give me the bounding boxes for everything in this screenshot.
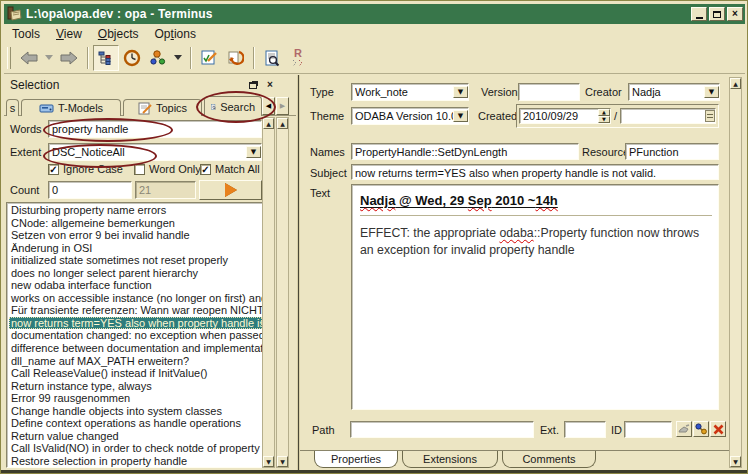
tab-partial[interactable]: s (6, 99, 19, 116)
list-item[interactable]: Error 99 rausgenommen (9, 392, 262, 405)
checkbox-icon[interactable] (134, 164, 145, 175)
menu-item-options[interactable]: Options (147, 26, 204, 42)
creator-dropdown[interactable]: Nadja ▼ (628, 83, 720, 101)
type-dropdown[interactable]: Work_note ▼ (351, 83, 469, 101)
list-item[interactable]: Change handle objects into system classe… (9, 405, 262, 418)
menu-item-tools[interactable]: Tools (4, 26, 48, 42)
scroll-down-icon[interactable]: ▼ (730, 456, 741, 467)
list-item[interactable]: Define context operations as handle oper… (9, 417, 262, 430)
scroll-down-icon[interactable]: ▼ (277, 456, 288, 467)
subject-input[interactable]: now returns term=YES also when property … (351, 164, 719, 180)
match-all-checkbox[interactable]: ✓ Match All (200, 163, 260, 175)
delete-button[interactable] (710, 421, 726, 437)
left-scrollbar-1[interactable]: ▲ ▼ (262, 117, 275, 468)
tab-comments[interactable]: Comments (502, 451, 596, 468)
created-time-input[interactable] (620, 108, 716, 124)
right-scrollbar[interactable]: ▲ ▼ (729, 77, 742, 468)
path-input[interactable] (350, 421, 534, 438)
theme-dropdown[interactable]: ODABA Version 10.0 ▼ (351, 107, 469, 125)
chevron-down-icon[interactable]: ▼ (453, 86, 468, 98)
tab-scroll-right-button[interactable]: ▶ (276, 97, 289, 115)
minimize-button[interactable] (691, 7, 707, 21)
tab-scroll-left-button[interactable]: ◀ (262, 97, 275, 115)
list-item[interactable]: initialized state sometimes not reset pr… (9, 254, 262, 267)
version-input[interactable] (518, 83, 580, 101)
back-history-dropdown[interactable] (42, 45, 56, 71)
words-input[interactable]: property handle (48, 120, 262, 138)
report-preview-button[interactable] (259, 45, 285, 71)
links-button[interactable] (145, 45, 171, 71)
resource-input[interactable]: PFunction (625, 143, 719, 160)
names-input[interactable]: PropertyHandle::SetDynLength (351, 143, 579, 160)
left-scrollbar-2[interactable]: ▲ ▼ (276, 117, 289, 468)
undo-button[interactable] (222, 45, 248, 71)
list-item[interactable]: difference between documentation and imp… (9, 342, 262, 355)
menu-item-view[interactable]: View (48, 26, 90, 42)
edit-note-button[interactable] (196, 45, 222, 71)
stamp-button[interactable] (676, 421, 692, 437)
list-item[interactable]: does no longer select parent hierarchy (9, 267, 262, 280)
tree-view-button[interactable] (93, 45, 119, 71)
toolbar-grip[interactable] (7, 47, 11, 69)
tab-t-models[interactable]: T-Models (21, 99, 121, 116)
chevron-down-icon[interactable]: ▼ (246, 146, 261, 158)
forward-button[interactable] (56, 45, 82, 71)
list-item[interactable]: Restore selection in property handle (9, 455, 262, 468)
time-spinner[interactable] (705, 110, 715, 122)
spin-down-icon[interactable]: ▼ (598, 116, 610, 123)
tab-properties[interactable]: Properties (314, 451, 398, 468)
list-item[interactable]: Änderung in OSI (9, 242, 262, 255)
checkbox-icon[interactable]: ✓ (200, 164, 211, 175)
result-list[interactable]: Disturbing property name errorsCNode: al… (6, 202, 263, 468)
list-item[interactable]: now returns term=YES also when property … (9, 317, 262, 330)
date-spinner[interactable]: ▲▼ (598, 109, 610, 123)
list-item[interactable]: Call IsValid(NO) in order to check notde… (9, 442, 262, 455)
chevron-down-icon[interactable]: ▼ (704, 86, 719, 98)
close-button[interactable]: × (727, 7, 743, 21)
id-label: ID (611, 424, 622, 436)
run-search-button[interactable] (199, 180, 262, 200)
scroll-down-icon[interactable]: ▼ (263, 456, 274, 467)
word-only-checkbox[interactable]: Word Only (134, 163, 201, 175)
list-item[interactable]: Für transiente referenzen: Wann war reop… (9, 304, 262, 317)
tab-extensions[interactable]: Extensions (402, 451, 498, 468)
list-item[interactable]: dll_name auf MAX_PATH erweitern? (9, 355, 262, 368)
list-item[interactable]: documentation changed: no exception when… (9, 329, 262, 342)
ext-input[interactable] (564, 421, 606, 438)
spin-up-icon[interactable]: ▲ (598, 109, 610, 116)
scroll-up-icon[interactable]: ▲ (730, 78, 741, 89)
scroll-up-icon[interactable]: ▲ (277, 118, 288, 129)
ignore-case-checkbox[interactable]: ✓ Ignore Case (48, 163, 123, 175)
checkbox-icon[interactable]: ✓ (48, 164, 59, 175)
misspelled-word: Nadja (360, 193, 395, 208)
refresh-references-button[interactable]: R (285, 45, 311, 71)
dotted-arrows-icon (291, 59, 305, 67)
maximize-button[interactable] (709, 7, 725, 21)
list-item[interactable]: Disturbing property name errors (9, 204, 262, 217)
created-date-input[interactable]: 2010/09/29 ▲▼ (519, 108, 611, 124)
id-input[interactable] (624, 421, 672, 438)
panel-close-button[interactable]: × (264, 78, 276, 90)
list-item[interactable]: Call ReleaseValue() instead if InitValue… (9, 367, 262, 380)
back-button[interactable] (16, 45, 42, 71)
links-dropdown[interactable] (171, 45, 185, 71)
list-item[interactable]: Return value changed (9, 430, 262, 443)
tab-search[interactable]: Search (204, 96, 262, 116)
list-item[interactable]: Setzen von error 9 bei invalid handle (9, 229, 262, 242)
menu-item-objects[interactable]: Objects (90, 26, 147, 42)
list-item[interactable]: Return instance type, always (9, 380, 262, 393)
key-button[interactable] (693, 421, 709, 437)
clock-button[interactable] (119, 45, 145, 71)
list-item[interactable]: new odaba interface function (9, 279, 262, 292)
panel-splitter[interactable] (298, 75, 299, 472)
count-input[interactable]: 0 (48, 181, 132, 199)
scroll-up-icon[interactable]: ▲ (263, 118, 274, 129)
float-panel-button[interactable] (247, 79, 259, 91)
list-item[interactable]: works on accessible instance (no longer … (9, 292, 262, 305)
extent-dropdown[interactable]: DSC_NoticeAll ▼ (48, 143, 262, 161)
tab-topics[interactable]: Topics (123, 99, 202, 116)
checkbox-label: Word Only (149, 163, 201, 175)
note-text-area[interactable]: Nadja @ Wed, 29 Sep 2010 ~14h EFFECT: th… (351, 184, 719, 410)
chevron-down-icon[interactable]: ▼ (453, 110, 468, 122)
list-item[interactable]: CNode: allgemeine bemerkungen (9, 217, 262, 230)
